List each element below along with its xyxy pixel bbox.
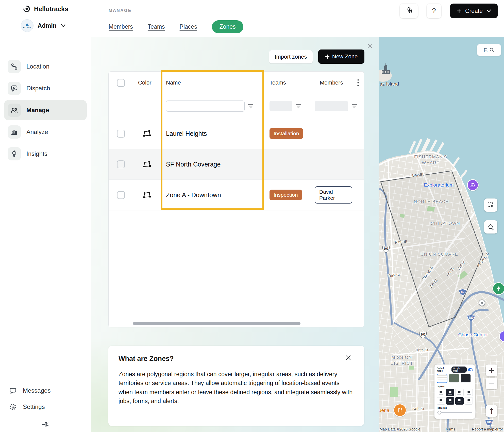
row-checkbox[interactable] [117, 191, 125, 199]
layer-tile[interactable] [437, 389, 445, 396]
table-row[interactable]: Laurel Heights Installation [109, 118, 364, 149]
row-checkbox[interactable] [117, 160, 125, 168]
layer-tile[interactable] [437, 397, 445, 405]
map-type-thumbnails [437, 374, 473, 383]
google-maps-pill[interactable]: Google maps [451, 367, 467, 373]
sidebar-item-label: Insights [26, 150, 47, 157]
alcatraz-building-icon [380, 63, 391, 75]
map-label-chase-center[interactable]: Chase Center [448, 332, 498, 338]
table-row[interactable]: SF North Coverage [109, 149, 364, 180]
sidebar: Hellotracks BAYVIEW Admin Location Dispa… [0, 0, 91, 432]
help-button[interactable]: ? [427, 4, 441, 18]
add-polygon-button[interactable] [484, 220, 497, 234]
column-header-members[interactable]: Members [310, 79, 352, 87]
tab-teams[interactable]: Teams [148, 23, 165, 30]
map-label-16th-st: 16th St [416, 348, 428, 352]
zoom-in-button[interactable]: + [486, 364, 497, 376]
zoom-out-button[interactable]: − [486, 378, 497, 389]
map-report-link[interactable]: Report a map error [472, 427, 503, 431]
column-header-color[interactable]: Color [133, 79, 161, 86]
pin-icon [41, 421, 50, 428]
sidebar-item-dispatch[interactable]: Dispatch [4, 78, 87, 98]
sidebar-item-label: Settings [23, 403, 45, 410]
panel-close-button[interactable] [367, 43, 373, 49]
map-label-chinatown: CHINATOWN [421, 221, 469, 227]
museum-poi-icon[interactable] [467, 179, 479, 191]
map-label-24th-st: 24th St [412, 407, 424, 411]
filter-icon[interactable] [295, 103, 301, 109]
zone-name: Zone A - Downtown [161, 191, 264, 199]
ai-assistant-button[interactable] [400, 4, 418, 18]
column-header-teams[interactable]: Teams [264, 79, 310, 86]
sidebar-item-messages[interactable]: Messages [9, 387, 51, 394]
plus-icon [325, 54, 330, 59]
name-filter-input[interactable] [166, 101, 245, 112]
layer-tile[interactable] [455, 397, 464, 405]
sidebar-item-manage[interactable]: Manage [4, 100, 87, 120]
layer-tiles [437, 389, 473, 405]
teams-filter-input[interactable] [270, 101, 292, 111]
zone-name: Laurel Heights [161, 130, 264, 137]
layers-label: Layers [437, 385, 473, 388]
select-all-checkbox[interactable] [117, 79, 125, 87]
chevron-down-icon [61, 24, 66, 27]
info-close-button[interactable] [345, 354, 351, 361]
row-checkbox[interactable] [117, 130, 125, 138]
sidebar-item-analyze[interactable]: Analyze [4, 122, 87, 142]
new-zone-button[interactable]: New Zone [318, 49, 364, 64]
layer-tile[interactable] [465, 397, 473, 405]
map-thumb-dark[interactable] [461, 374, 471, 383]
map-label-taqueria[interactable]: ueria [379, 408, 389, 413]
filter-icon[interactable] [351, 103, 357, 109]
horizontal-scrollbar[interactable] [133, 322, 300, 325]
map-label-mission-district: MISSION DISTRICT [383, 355, 421, 367]
column-header-name[interactable]: Name [161, 79, 264, 86]
member-badge: David Parker [315, 186, 352, 204]
map-thumb-satellite[interactable] [449, 374, 459, 383]
table-menu-button[interactable] [352, 79, 364, 87]
marquee-select-button[interactable] [484, 198, 497, 212]
pin-sidebar-button[interactable] [41, 421, 50, 428]
sidebar-item-insights[interactable]: Insights [4, 144, 87, 164]
icon-size-slider[interactable] [437, 411, 473, 414]
filter-icon[interactable] [248, 103, 254, 109]
sidebar-item-location[interactable]: Location [4, 56, 87, 77]
zones-table: Color Name Teams Members [108, 71, 364, 327]
create-button[interactable]: Create [450, 4, 498, 18]
layer-tile[interactable] [465, 389, 473, 396]
layer-tile[interactable] [446, 389, 455, 396]
maps-toggle[interactable] [468, 368, 473, 371]
minor-poi-icon[interactable] [479, 300, 485, 306]
sidebar-item-settings[interactable]: Settings [9, 403, 51, 411]
dispatch-icon [8, 82, 21, 95]
zone-name: SF North Coverage [161, 161, 264, 168]
map-settings-panel[interactable]: Default maps Google maps Layers Icon siz… [434, 364, 475, 419]
layer-tile[interactable] [455, 389, 464, 396]
restaurant-poi-icon[interactable] [393, 404, 407, 417]
zone-polygon-icon [133, 191, 161, 199]
import-zones-button[interactable]: Import zones [269, 50, 313, 63]
map-label-exploratorium[interactable]: Exploratorium [417, 182, 460, 188]
i80-shield: 80 [458, 288, 467, 296]
members-filter-input[interactable] [315, 101, 348, 111]
manage-icon [8, 104, 21, 117]
map-thumb-roadmap[interactable] [437, 374, 447, 383]
map-search-box[interactable]: F. [477, 44, 501, 56]
filter-row [109, 94, 364, 118]
map-terms-link[interactable]: Terms [445, 427, 455, 431]
sidebar-footer: Messages Settings [9, 387, 51, 411]
layer-tile[interactable] [446, 397, 455, 405]
account-switcher[interactable]: BAYVIEW Admin [21, 19, 66, 32]
tab-zones[interactable]: Zones [212, 20, 243, 33]
map[interactable]: az Island FISHERMAN'S WHARF Bay St Explo… [379, 37, 504, 432]
park-poi-icon[interactable] [492, 282, 504, 295]
insights-icon [8, 147, 21, 160]
location-icon [8, 60, 21, 73]
tab-members[interactable]: Members [109, 23, 133, 30]
sidebar-item-label: Analyze [26, 128, 48, 136]
table-row[interactable]: Zone A - Downtown Inspection David Parke… [109, 180, 364, 210]
pan-up-button[interactable]: ↑ [486, 405, 497, 417]
tab-places[interactable]: Places [180, 23, 197, 30]
map-label-union-square: UNION SQUARE [413, 252, 466, 257]
svg-text:101: 101 [421, 333, 426, 336]
